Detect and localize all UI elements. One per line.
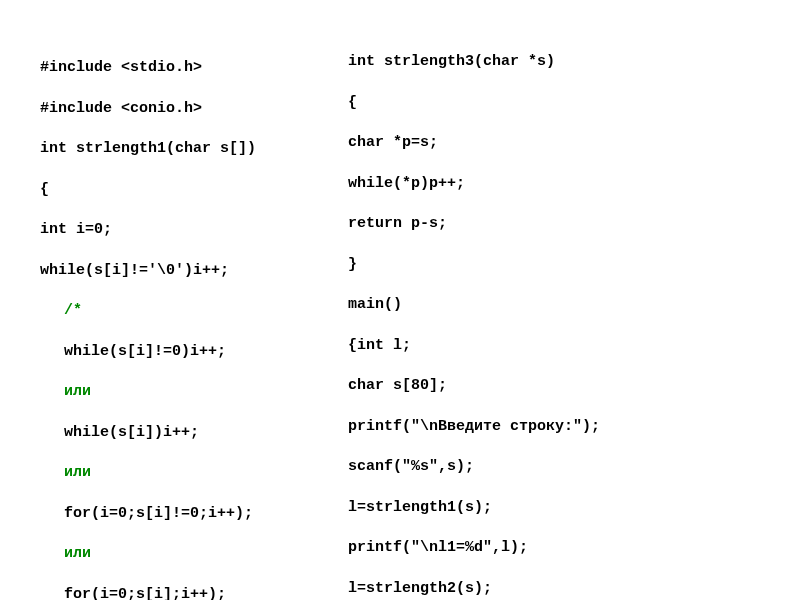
code-container: #include <stdio.h> #include <conio.h> in… [0, 0, 792, 600]
code-line: char *p=s; [348, 133, 762, 153]
code-line: printf("\nВведите строку:"); [348, 417, 762, 437]
code-line: printf("\nl1=%d",l); [348, 538, 762, 558]
comment-line: или [40, 544, 320, 564]
comment-line: или [40, 382, 320, 402]
code-line: int strlength1(char s[]) [40, 139, 320, 159]
code-line: char s[80]; [348, 376, 762, 396]
comment-line: while(s[i]!=0)i++; [40, 342, 320, 362]
code-line: while(s[i]!='\0')i++; [40, 261, 320, 281]
comment-line: for(i=0;s[i];i++); [40, 585, 320, 600]
left-column: #include <stdio.h> #include <conio.h> in… [40, 38, 320, 600]
code-line: l=strlength1(s); [348, 498, 762, 518]
comment-line: while(s[i])i++; [40, 423, 320, 443]
code-line: return p-s; [348, 214, 762, 234]
code-line: {int l; [348, 336, 762, 356]
code-line: } [348, 255, 762, 275]
comment-line: или [40, 463, 320, 483]
code-line: int i=0; [40, 220, 320, 240]
code-line: #include <conio.h> [40, 99, 320, 119]
code-line: #include <stdio.h> [40, 58, 320, 78]
code-line: { [348, 93, 762, 113]
code-line: { [40, 180, 320, 200]
code-line: l=strlength2(s); [348, 579, 762, 599]
code-line: scanf("%s",s); [348, 457, 762, 477]
code-line: main() [348, 295, 762, 315]
code-line: while(*p)p++; [348, 174, 762, 194]
code-line: int strlength3(char *s) [348, 52, 762, 72]
right-column: int strlength3(char *s) { char *p=s; whi… [348, 32, 762, 600]
comment-line: /* [40, 301, 320, 321]
comment-line: for(i=0;s[i]!=0;i++); [40, 504, 320, 524]
